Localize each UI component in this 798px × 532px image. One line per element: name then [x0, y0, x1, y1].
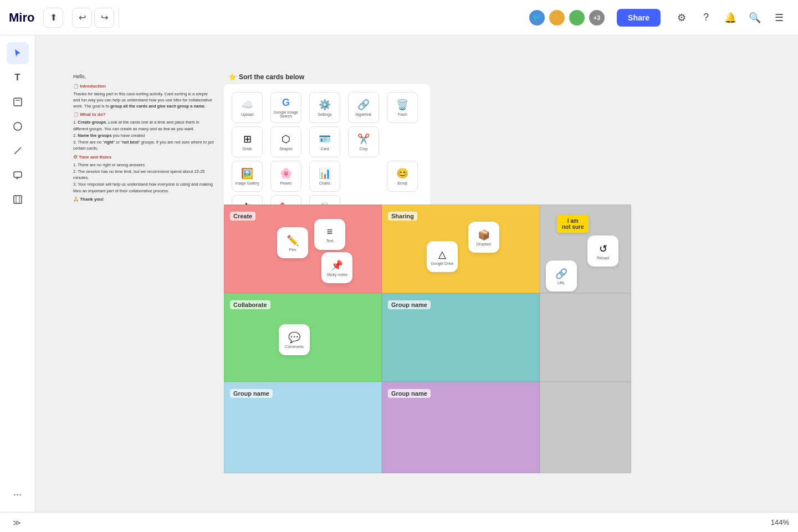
cell-sharing: Sharing 📦 Dropbox △ Google Drive	[382, 204, 540, 293]
collaborators-group: 🐦 +3	[528, 9, 606, 27]
zoom-level: 144%	[771, 518, 789, 526]
card-empty2	[348, 161, 379, 192]
collaborate-label: Collaborate	[230, 300, 270, 309]
whatodo-heading: 📋 What to do?	[73, 111, 214, 118]
line-tool[interactable]	[7, 140, 29, 162]
undo-button[interactable]: ↩	[72, 8, 92, 28]
tool-card-reload[interactable]: ↺ Reload	[587, 236, 618, 267]
card-flower[interactable]: 🌸 Flower	[270, 161, 301, 192]
rule2: 2. The session has no time limit, but we…	[73, 168, 214, 181]
cell-collaborate: Collaborate 💬 Comments	[224, 293, 382, 382]
sort-header-label: Sort the cards below	[239, 73, 304, 81]
avatar-more[interactable]: +3	[588, 9, 606, 27]
svg-rect-4	[14, 172, 22, 177]
tool-card-google-drive[interactable]: △ Google Drive	[427, 241, 458, 272]
svg-rect-0	[14, 98, 22, 106]
svg-rect-5	[14, 196, 22, 203]
expand-button[interactable]: ≫	[9, 515, 24, 530]
card-image-gallery[interactable]: 🖼️ Image Gallery	[232, 161, 263, 192]
share-button[interactable]: Share	[617, 9, 661, 27]
miro-logo: Miro	[9, 11, 34, 25]
thankyou-text: 🙏 Thank you!	[73, 196, 214, 203]
cell-create: Create ✏️ Pen ≡ Text 📌 Sticky notes	[224, 204, 382, 293]
cell-i-am-not-sure: I amnot sure ↺ Reload 🔗 URL	[540, 204, 631, 293]
cell-group-name-1: Group name	[382, 293, 540, 382]
boards-icon[interactable]: ☰	[769, 8, 789, 28]
shape-tool[interactable]	[7, 115, 29, 137]
bottom-bar: ≫ 144%	[0, 512, 798, 532]
intro-body: Thanks for taking part in this card-sort…	[73, 91, 214, 110]
redo-button[interactable]: ↪	[94, 8, 114, 28]
card-charts[interactable]: 📊 Charts	[309, 161, 340, 192]
help-icon[interactable]: ?	[696, 8, 716, 28]
card-upload[interactable]: ☁️ Upload	[232, 92, 263, 123]
card-emoji[interactable]: 😊 Emoji	[387, 161, 418, 192]
intro-heading: 📋 Introduction	[73, 83, 214, 90]
step2-text: 2. Name the groups you have created	[73, 132, 214, 139]
card-hyperlink[interactable]: 🔗 Hyperlink	[348, 92, 379, 123]
tool-card-dropbox[interactable]: 📦 Dropbox	[468, 222, 499, 253]
card-trash[interactable]: 🗑️ Trash	[387, 92, 418, 123]
cell-gray-2	[540, 293, 631, 382]
cursor-tool[interactable]	[7, 42, 29, 64]
card-settings[interactable]: ⚙️ Settings	[309, 92, 340, 123]
tool-card-url[interactable]: 🔗 URL	[546, 260, 577, 291]
time-heading: ⏱ Time and Rules	[73, 154, 214, 161]
sort-header: ⭐ Sort the cards below	[228, 73, 304, 81]
avatar-1[interactable]: 🐦	[528, 9, 546, 27]
avatar-2[interactable]	[548, 9, 566, 27]
left-toolbar: T ···	[0, 35, 35, 512]
rule1: 1. There are no right or wrong answers	[73, 162, 214, 168]
sort-header-star: ⭐	[228, 73, 237, 81]
card-shapes[interactable]: ⬡ Shapes	[270, 126, 301, 157]
tool-card-comments[interactable]: 💬 Comments	[279, 324, 310, 355]
upload-button[interactable]: ⬆	[43, 8, 63, 28]
canvas-area[interactable]: Hello, 📋 Introduction Thanks for taking …	[35, 35, 798, 512]
frame-tool[interactable]	[7, 188, 29, 211]
top-navigation: Miro ⬆ ↩ ↪ 🐦 +3 Share ⚙ ? 🔔 🔍 ☰	[0, 0, 798, 35]
tool-card-text[interactable]: ≡ Text	[314, 219, 345, 250]
card-empty1	[387, 126, 418, 157]
avatar-3[interactable]	[568, 9, 586, 27]
hello-text: Hello,	[73, 73, 214, 81]
svg-line-3	[14, 147, 21, 154]
settings-icon[interactable]: ⚙	[672, 8, 692, 28]
tool-card-pen[interactable]: ✏️ Pen	[277, 227, 308, 258]
comment-tool[interactable]	[7, 164, 29, 186]
tool-card-sticky-notes[interactable]: 📌 Sticky notes	[321, 252, 352, 283]
card-crop[interactable]: ✂️ Crop	[348, 126, 379, 157]
rule3: 3. Your response will help us understand…	[73, 181, 214, 194]
group-name-3-label: Group name	[388, 389, 431, 398]
create-label: Create	[230, 212, 255, 221]
sharing-label: Sharing	[388, 212, 417, 221]
sticky-tool[interactable]	[7, 91, 29, 113]
text-tool[interactable]: T	[7, 66, 29, 89]
group-name-2-label: Group name	[230, 389, 273, 398]
group-name-1-label: Group name	[388, 300, 431, 309]
instructions-panel: Hello, 📋 Introduction Thanks for taking …	[73, 73, 214, 204]
notifications-icon[interactable]: 🔔	[720, 8, 740, 28]
card-grids[interactable]: ⊞ Grids	[232, 126, 263, 157]
svg-point-2	[14, 122, 22, 130]
cell-group-name-3: Group name	[382, 382, 540, 473]
i-am-not-sure-note: I amnot sure	[557, 215, 589, 233]
card-card[interactable]: 🪪 Card	[309, 126, 340, 157]
step1-text: 1. Create groups. Look at the cards one …	[73, 119, 214, 132]
card-google-image-search[interactable]: G Google Image Search	[270, 92, 301, 123]
more-tools-button[interactable]: ···	[7, 483, 29, 505]
search-icon[interactable]: 🔍	[745, 8, 765, 28]
step3-text: 3. There are no "right" or "not best" gr…	[73, 139, 214, 152]
cell-gray-3	[540, 382, 631, 473]
cell-group-name-2: Group name	[224, 382, 382, 473]
